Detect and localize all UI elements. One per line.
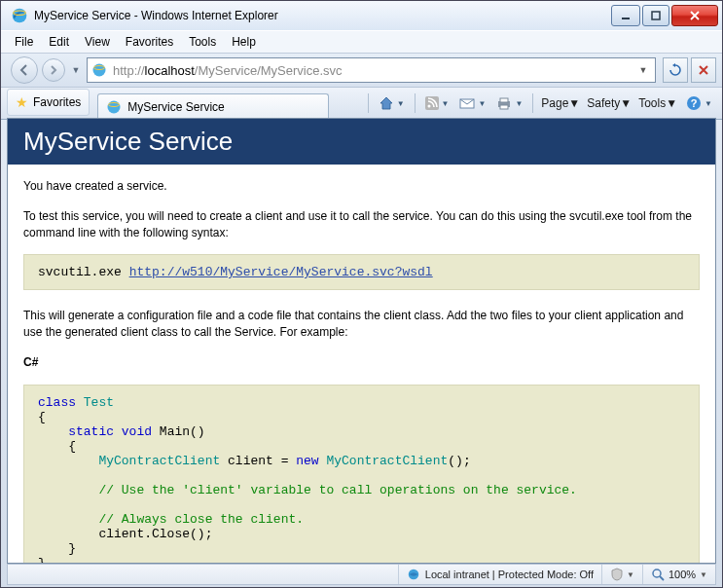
- menu-favorites[interactable]: Favorites: [126, 35, 173, 49]
- help-icon: ?: [686, 95, 702, 111]
- address-bar[interactable]: http://localhost/MyService/MyService.svc…: [87, 57, 656, 83]
- titlebar: MyService Service - Windows Internet Exp…: [1, 1, 722, 30]
- star-icon: ★: [16, 94, 28, 110]
- menu-tools[interactable]: Tools: [189, 35, 216, 49]
- status-empty: [8, 565, 398, 584]
- tab-title: MyService Service: [127, 100, 224, 114]
- zone-icon: [407, 568, 420, 581]
- refresh-icon: [669, 63, 682, 77]
- nav-history-dropdown[interactable]: ▼: [69, 65, 83, 75]
- address-text[interactable]: http://localhost/MyService/MyService.svc: [113, 63, 635, 78]
- stop-icon: [698, 64, 709, 76]
- command-toolbar: ▼ ▼ ▼ ▼ Page ▼ Safety ▼ Tools ▼ ?▼: [329, 88, 722, 119]
- page-body: You have created a service. To test this…: [8, 165, 715, 563]
- code-sample: class Test { static void Main() { MyCont…: [23, 385, 700, 563]
- home-button[interactable]: ▼: [375, 92, 409, 114]
- minimize-button[interactable]: [611, 5, 640, 26]
- svg-rect-2: [622, 18, 630, 19]
- mail-button[interactable]: ▼: [455, 92, 489, 114]
- browser-tab[interactable]: MyService Service: [97, 93, 329, 120]
- forward-button[interactable]: [42, 58, 65, 82]
- navbar: ▼ http://localhost/MyService/MyService.s…: [1, 54, 722, 88]
- favorites-label: Favorites: [33, 95, 81, 109]
- address-dropdown[interactable]: ▼: [635, 65, 651, 75]
- ie-window: MyService Service - Windows Internet Exp…: [0, 0, 723, 588]
- separator: [532, 93, 533, 113]
- close-button[interactable]: [671, 5, 718, 26]
- security-settings[interactable]: ▼: [601, 565, 642, 584]
- menubar: File Edit View Favorites Tools Help: [1, 30, 722, 54]
- svg-rect-3: [652, 12, 660, 19]
- instructions-text: To test this service, you will need to c…: [23, 208, 700, 241]
- page-icon: [91, 62, 107, 78]
- menu-view[interactable]: View: [85, 35, 110, 49]
- page-heading: MyService Service: [23, 127, 700, 157]
- mail-icon: [459, 96, 475, 110]
- svcutil-command: svcutil.exe http://w510/MyService/MyServ…: [23, 254, 700, 290]
- stop-button[interactable]: [691, 57, 716, 83]
- rss-icon: [425, 96, 439, 110]
- page-banner: MyService Service: [8, 119, 715, 165]
- feeds-button[interactable]: ▼: [421, 92, 453, 114]
- maximize-button[interactable]: [642, 5, 669, 26]
- print-button[interactable]: ▼: [492, 92, 526, 114]
- minimize-icon: [621, 11, 631, 20]
- help-button[interactable]: ?▼: [682, 92, 716, 114]
- forward-arrow-icon: [48, 64, 59, 76]
- zoom-control[interactable]: 100% ▼: [642, 565, 715, 584]
- intro-text: You have created a service.: [23, 178, 700, 195]
- language-label: C#: [23, 354, 700, 371]
- home-icon: [379, 95, 394, 111]
- security-zone[interactable]: Local intranet | Protected Mode: Off: [398, 565, 601, 584]
- svg-line-18: [660, 576, 664, 580]
- close-icon: [690, 11, 700, 20]
- content-viewport: MyService Service You have created a ser…: [7, 118, 716, 564]
- status-bar: Local intranet | Protected Mode: Off ▼ 1…: [7, 564, 716, 585]
- svg-point-9: [427, 105, 430, 108]
- svg-rect-12: [500, 98, 508, 102]
- separator: [415, 93, 416, 113]
- refresh-button[interactable]: [663, 57, 688, 83]
- svg-point-17: [653, 570, 661, 577]
- print-icon: [496, 96, 512, 110]
- favorites-button[interactable]: ★ Favorites: [7, 89, 90, 116]
- tools-menu[interactable]: Tools ▼: [636, 96, 679, 110]
- window-title: MyService Service - Windows Internet Exp…: [34, 9, 609, 22]
- menu-edit[interactable]: Edit: [49, 35, 69, 49]
- menu-help[interactable]: Help: [232, 35, 256, 49]
- window-controls: [609, 5, 718, 26]
- page-menu[interactable]: Page ▼: [539, 96, 582, 110]
- shield-down-icon: [610, 568, 624, 581]
- command-bar: ★ Favorites MyService Service ▼ ▼ ▼ ▼ Pa…: [1, 88, 722, 120]
- back-button[interactable]: [11, 56, 38, 84]
- generation-text: This will generate a configuration file …: [23, 308, 700, 341]
- wsdl-link[interactable]: http://w510/MyService/MyService.svc?wsdl: [129, 265, 433, 279]
- ie-logo-icon: [11, 7, 28, 24]
- separator: [368, 93, 369, 113]
- maximize-icon: [651, 11, 661, 20]
- tab-page-icon: [106, 99, 122, 115]
- svg-rect-13: [500, 105, 508, 109]
- safety-menu[interactable]: Safety ▼: [585, 96, 633, 110]
- menu-file[interactable]: File: [15, 35, 33, 49]
- page-content[interactable]: MyService Service You have created a ser…: [8, 119, 715, 563]
- svg-text:?: ?: [691, 97, 698, 109]
- back-arrow-icon: [18, 63, 31, 77]
- zoom-icon: [651, 568, 665, 581]
